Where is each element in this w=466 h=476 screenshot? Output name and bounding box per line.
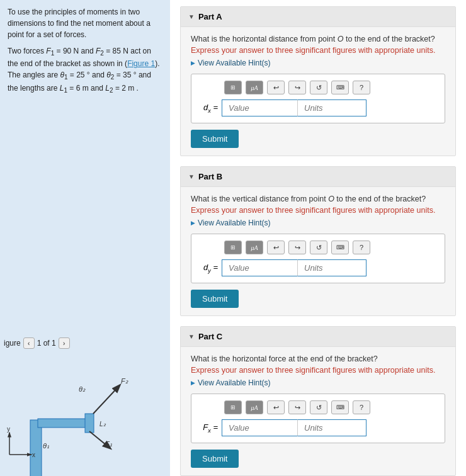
right-panel: ▼ Part A What is the horizontal distance…	[170, 0, 466, 476]
part-c-body: What is the horizontal force at the end …	[181, 347, 455, 475]
part-c-input-label: Fx =	[199, 422, 222, 434]
redo-icon[interactable]: ↪	[288, 81, 306, 94]
part-c-label: Part C	[198, 332, 222, 341]
part-c-input-row: Fx =	[199, 419, 437, 436]
diagram-svg: θ₁ F₁ L₂ θ₂ F₂ y x 3 4 L₁	[0, 351, 170, 476]
part-a-hint[interactable]: View Available Hint(s)	[191, 59, 445, 67]
keyboard-icon-c[interactable]: ⌨	[331, 400, 349, 414]
mu-icon[interactable]: μΑ	[246, 81, 263, 94]
mu-icon-b[interactable]: μΑ	[246, 241, 263, 254]
svg-text:x: x	[32, 451, 35, 458]
part-b-toolbar: ⊞ μΑ ↩ ↪ ↺ ⌨ ?	[199, 241, 437, 254]
part-a-submit-button[interactable]: Submit	[191, 130, 239, 148]
mu-icon-c[interactable]: μΑ	[246, 400, 263, 414]
part-a-question: What is the horizontal distance from poi…	[191, 35, 445, 43]
help-icon-b[interactable]: ?	[353, 241, 370, 254]
part-b-arrow: ▼	[188, 173, 195, 180]
next-btn[interactable]: ›	[59, 337, 70, 349]
left-panel: To use the principles of moments in two …	[0, 0, 170, 476]
svg-text:L₂: L₂	[99, 421, 106, 428]
part-b-header: ▼ Part B	[181, 167, 455, 187]
part-a-section: ▼ Part A What is the horizontal distance…	[180, 6, 456, 156]
part-a-answer-box: ⊞ μΑ ↩ ↪ ↺ ⌨ ? dx =	[191, 74, 445, 123]
svg-text:θ₁: θ₁	[43, 442, 49, 450]
part-a-value-input[interactable]	[222, 99, 297, 116]
grid-icon[interactable]: ⊞	[224, 81, 242, 94]
part-a-input-row: dx =	[199, 99, 437, 116]
svg-rect-7	[38, 419, 88, 428]
help-icon-c[interactable]: ?	[353, 400, 370, 414]
undo-icon-c[interactable]: ↩	[267, 400, 285, 414]
description1-text: To use the principles of moments in two …	[8, 6, 162, 40]
part-a-arrow: ▼	[188, 13, 195, 20]
part-b-input-row: dy =	[199, 259, 437, 276]
part-c-hint[interactable]: View Available Hint(s)	[191, 378, 445, 387]
part-c-arrow: ▼	[188, 333, 195, 340]
part-b-answer-box: ⊞ μΑ ↩ ↪ ↺ ⌨ ? dy =	[191, 234, 445, 283]
part-c-note: Express your answer to three significant…	[191, 366, 445, 375]
svg-text:y: y	[7, 426, 10, 433]
part-c-units-input[interactable]	[297, 419, 367, 436]
refresh-icon-c[interactable]: ↺	[310, 400, 327, 414]
part-a-note: Express your answer to three significant…	[191, 46, 445, 55]
grid-icon-c[interactable]: ⊞	[224, 400, 242, 414]
svg-rect-6	[30, 420, 42, 476]
refresh-icon[interactable]: ↺	[310, 81, 327, 94]
part-a-body: What is the horizontal distance from poi…	[181, 27, 455, 156]
undo-icon-b[interactable]: ↩	[267, 241, 285, 254]
redo-icon-b[interactable]: ↪	[288, 241, 306, 254]
part-a-label: Part A	[198, 12, 222, 21]
part-b-note: Express your answer to three significant…	[191, 206, 445, 215]
part-b-question: What is the vertical distance from point…	[191, 195, 445, 203]
svg-text:F₁: F₁	[105, 440, 112, 448]
part-b-units-input[interactable]	[297, 259, 367, 276]
svg-text:F₂: F₂	[121, 377, 128, 385]
prev-btn[interactable]: ‹	[23, 337, 35, 349]
keyboard-icon-b[interactable]: ⌨	[331, 241, 349, 254]
part-b-value-input[interactable]	[222, 259, 297, 276]
grid-icon-b[interactable]: ⊞	[224, 241, 242, 254]
part-c-question: What is the horizontal force at the end …	[191, 354, 445, 363]
part-b-input-label: dy =	[199, 263, 222, 274]
undo-icon[interactable]: ↩	[267, 81, 285, 94]
svg-line-14	[93, 385, 120, 414]
part-c-toolbar: ⊞ μΑ ↩ ↪ ↺ ⌨ ?	[199, 400, 437, 414]
description2-text: Two forces F1 = 90 N and F2 = 85 N act o…	[8, 45, 162, 95]
part-b-hint[interactable]: View Available Hint(s)	[191, 218, 445, 227]
figure-label: igure	[4, 337, 21, 349]
part-c-answer-box: ⊞ μΑ ↩ ↪ ↺ ⌨ ? Fx =	[191, 394, 445, 443]
part-c-submit-button[interactable]: Submit	[191, 450, 239, 468]
keyboard-icon[interactable]: ⌨	[331, 81, 349, 94]
redo-icon-c[interactable]: ↪	[288, 400, 306, 414]
part-a-units-input[interactable]	[297, 99, 367, 116]
part-c-value-input[interactable]	[222, 419, 297, 436]
help-icon[interactable]: ?	[353, 81, 370, 94]
page-nav: 1 of 1	[37, 337, 56, 349]
svg-text:θ₂: θ₂	[79, 385, 86, 393]
part-c-header: ▼ Part C	[181, 327, 455, 347]
refresh-icon-b[interactable]: ↺	[310, 241, 327, 254]
part-a-toolbar: ⊞ μΑ ↩ ↪ ↺ ⌨ ?	[199, 81, 437, 94]
part-b-label: Part B	[198, 172, 222, 181]
part-c-section: ▼ Part C What is the horizontal force at…	[180, 326, 456, 476]
part-b-submit-button[interactable]: Submit	[191, 290, 239, 308]
part-b-section: ▼ Part B What is the vertical distance f…	[180, 166, 456, 316]
diagram-area: θ₁ F₁ L₂ θ₂ F₂ y x 3 4 L₁	[0, 351, 170, 476]
part-a-header: ▼ Part A	[181, 7, 455, 27]
part-b-body: What is the vertical distance from point…	[181, 187, 455, 315]
svg-rect-8	[85, 414, 94, 433]
part-a-input-label: dx =	[199, 103, 222, 114]
